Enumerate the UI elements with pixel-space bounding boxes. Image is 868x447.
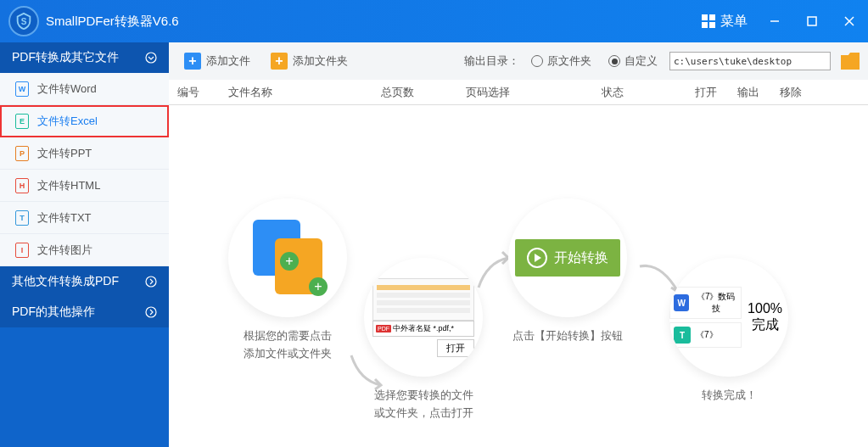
- svg-rect-2: [808, 17, 816, 25]
- col-remove: 移除: [780, 85, 822, 100]
- title-bar: S SmallPDFer转换器V6.6 菜单: [0, 0, 868, 42]
- menu-label: 菜单: [720, 13, 748, 31]
- main-panel: + 添加文件 + 添加文件夹 输出目录： 原文件夹 自定义 编号 文件名称 总页…: [169, 42, 868, 447]
- step-1: + + 根据您的需要点击 添加文件或文件夹: [228, 198, 347, 363]
- sidebar-item-label: 文件转图片: [37, 243, 92, 258]
- sidebar-item-excel[interactable]: E 文件转Excel: [0, 105, 169, 137]
- sidebar-item-ppt[interactable]: P 文件转PPT: [0, 137, 169, 170]
- result-list-icon: W《7》数码技 T《7》: [669, 283, 742, 351]
- svg-text:S: S: [21, 17, 27, 26]
- sidebar-category-other-to-pdf[interactable]: 其他文件转换成PDF: [0, 266, 169, 297]
- sidebar: PDF转换成其它文件 W 文件转Word E 文件转Excel P 文件转PPT…: [0, 42, 169, 447]
- col-pages: 总页数: [381, 85, 466, 100]
- radio-custom-folder[interactable]: 自定义: [608, 53, 658, 69]
- image-icon: I: [15, 243, 29, 258]
- col-index: 编号: [169, 85, 228, 100]
- table-header: 编号 文件名称 总页数 页码选择 状态 打开 输出 移除: [169, 80, 868, 105]
- col-status: 状态: [602, 85, 695, 100]
- step-1-caption: 根据您的需要点击 添加文件或文件夹: [228, 327, 347, 363]
- col-output: 输出: [737, 85, 780, 100]
- sidebar-item-txt[interactable]: T 文件转TXT: [0, 202, 169, 234]
- txt-icon: T: [15, 210, 29, 226]
- sidebar-item-label: 文件转Excel: [37, 114, 98, 129]
- file-dialog-icon: PDF中外著名疑 *.pdf,* 打开: [372, 278, 474, 357]
- app-title: SmallPDFer转换器V6.6: [46, 14, 179, 30]
- output-dir-label: 输出目录：: [464, 53, 519, 69]
- plus-icon: +: [184, 53, 201, 70]
- play-icon: [527, 248, 547, 268]
- svg-point-6: [146, 277, 156, 287]
- chevron-down-icon: [145, 52, 157, 64]
- html-icon: H: [15, 178, 29, 193]
- done-badge: 100% 完成: [742, 301, 788, 334]
- step-4-caption: 转换完成！: [669, 387, 788, 405]
- browse-folder-button[interactable]: [841, 53, 860, 70]
- sidebar-item-image[interactable]: I 文件转图片: [0, 234, 169, 266]
- sidebar-category-pdf-to-other[interactable]: PDF转换成其它文件: [0, 42, 169, 73]
- grid-icon: [702, 14, 715, 28]
- file-stack-icon: + +: [249, 220, 326, 296]
- col-pagesel: 页码选择: [466, 85, 602, 100]
- plus-icon: +: [271, 53, 288, 70]
- excel-icon: E: [15, 114, 29, 129]
- toolbar: + 添加文件 + 添加文件夹 输出目录： 原文件夹 自定义: [169, 42, 868, 80]
- radio-source-folder[interactable]: 原文件夹: [531, 53, 591, 69]
- output-path-input[interactable]: [669, 52, 831, 70]
- chevron-right-icon: [145, 306, 157, 318]
- add-file-button[interactable]: + 添加文件: [177, 49, 257, 73]
- sidebar-item-label: 文件转HTML: [37, 178, 100, 193]
- add-folder-button[interactable]: + 添加文件夹: [264, 49, 355, 73]
- step-2-caption: 选择您要转换的文件 或文件夹，点击打开: [364, 387, 483, 422]
- chevron-right-icon: [145, 276, 157, 288]
- sidebar-item-word[interactable]: W 文件转Word: [0, 73, 169, 105]
- svg-point-7: [146, 307, 156, 317]
- minimize-button[interactable]: [756, 0, 793, 42]
- svg-point-5: [146, 53, 156, 63]
- word-icon: W: [15, 81, 29, 97]
- step-3-caption: 点击【开始转换】按钮: [508, 327, 627, 345]
- col-open: 打开: [695, 85, 737, 100]
- close-button[interactable]: [831, 0, 868, 42]
- step-3: 开始转换 点击【开始转换】按钮: [508, 198, 627, 345]
- sidebar-item-html[interactable]: H 文件转HTML: [0, 170, 169, 202]
- sidebar-item-label: 文件转Word: [37, 81, 97, 97]
- sidebar-item-label: 文件转TXT: [37, 210, 92, 226]
- empty-state: + + 根据您的需要点击 添加文件或文件夹 PDF中外著名疑 *.pdf,* 打…: [169, 105, 868, 447]
- ppt-icon: P: [15, 146, 29, 161]
- step-2: PDF中外著名疑 *.pdf,* 打开 选择您要转换的文件 或文件夹，点击打开: [364, 258, 483, 422]
- maximize-button[interactable]: [793, 0, 831, 42]
- step-4: W《7》数码技 T《7》 100% 完成 转换完成！: [669, 258, 788, 405]
- menu-button[interactable]: 菜单: [693, 8, 756, 36]
- start-convert-button: 开始转换: [515, 239, 620, 277]
- sidebar-item-label: 文件转PPT: [37, 146, 92, 161]
- col-filename: 文件名称: [228, 85, 381, 100]
- sidebar-category-pdf-other-ops[interactable]: PDF的其他操作: [0, 297, 169, 327]
- app-logo: S: [8, 6, 39, 36]
